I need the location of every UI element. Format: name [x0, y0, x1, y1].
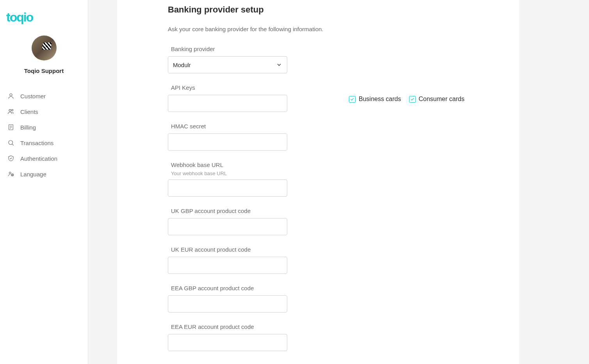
- page-description: Ask your core banking provider for the f…: [168, 26, 468, 32]
- sidebar-item-authentication[interactable]: Authentication: [0, 151, 88, 166]
- main-area: Banking provider setup Ask your core ban…: [88, 0, 589, 364]
- webhook-url-sublabel: Your webhook base URL: [168, 170, 287, 176]
- business-cards-checkbox[interactable]: Business cards: [349, 96, 401, 103]
- svg-point-7: [9, 140, 13, 145]
- business-cards-label: Business cards: [359, 96, 401, 103]
- sidebar-item-customer[interactable]: Customer: [0, 88, 88, 104]
- svg-point-9: [9, 172, 11, 174]
- field-eea-gbp-code: EEA GBP account product code: [168, 285, 287, 313]
- sidebar-item-label: Customer: [20, 93, 46, 99]
- webhook-url-input[interactable]: [168, 179, 287, 197]
- field-hmac-secret: HMAC secret: [168, 123, 287, 151]
- avatar[interactable]: [32, 36, 57, 60]
- field-uk-gbp-code: UK GBP account product code: [168, 208, 287, 235]
- banking-provider-value: Modulr: [173, 62, 191, 68]
- shield-icon: [7, 154, 15, 162]
- uk-gbp-input[interactable]: [168, 218, 287, 235]
- page-title: Banking provider setup: [168, 5, 468, 15]
- sidebar: toqio Toqio Support Customer Clients Bil…: [0, 0, 88, 364]
- webhook-url-label: Webhook base URL: [168, 162, 287, 168]
- svg-point-0: [10, 94, 12, 96]
- user-icon: [7, 92, 15, 100]
- sidebar-item-label: Transactions: [20, 140, 53, 146]
- sidebar-item-transactions[interactable]: Transactions: [0, 135, 88, 151]
- checkbox-icon: [409, 96, 416, 103]
- brand-logo: toqio: [0, 10, 88, 32]
- field-api-keys: API Keys: [168, 84, 287, 112]
- field-eea-eur-code: EEA EUR account product code: [168, 323, 287, 351]
- profile-name: Toqio Support: [24, 67, 64, 74]
- svg-point-2: [12, 109, 13, 111]
- chevron-down-icon: [276, 62, 282, 68]
- consumer-cards-checkbox[interactable]: Consumer cards: [409, 96, 464, 103]
- sidebar-item-clients[interactable]: Clients: [0, 104, 88, 119]
- sidebar-item-label: Language: [20, 171, 46, 178]
- field-uk-eur-code: UK EUR account product code: [168, 246, 287, 274]
- checkbox-icon: [349, 96, 356, 103]
- api-keys-label: API Keys: [168, 84, 287, 91]
- users-icon: [7, 108, 15, 115]
- hmac-secret-label: HMAC secret: [168, 123, 287, 130]
- svg-point-1: [9, 109, 11, 111]
- eea-eur-input[interactable]: [168, 334, 287, 351]
- sidebar-item-label: Billing: [20, 124, 36, 131]
- sidebar-item-label: Authentication: [20, 155, 57, 162]
- sidebar-item-billing[interactable]: Billing: [0, 119, 88, 135]
- form-column: Banking provider Modulr API Keys HMAC se…: [168, 46, 287, 362]
- svg-line-8: [12, 144, 13, 145]
- field-webhook-url: Webhook base URL Your webhook base URL: [168, 162, 287, 197]
- sidebar-item-language[interactable]: Language: [0, 166, 88, 182]
- api-keys-input[interactable]: [168, 95, 287, 112]
- eea-gbp-label: EEA GBP account product code: [168, 285, 287, 291]
- profile-block: Toqio Support: [0, 32, 88, 83]
- sidebar-item-label: Clients: [20, 108, 38, 115]
- uk-eur-input[interactable]: [168, 257, 287, 274]
- search-icon: [7, 139, 15, 147]
- uk-gbp-label: UK GBP account product code: [168, 208, 287, 214]
- sidebar-nav: Customer Clients Billing Transactions Au…: [0, 83, 88, 182]
- hmac-secret-input[interactable]: [168, 133, 287, 151]
- eea-eur-label: EEA EUR account product code: [168, 323, 287, 330]
- uk-eur-label: UK EUR account product code: [168, 246, 287, 253]
- brand-name: toqio: [6, 10, 33, 24]
- card-type-checkboxes: Business cards Consumer cards: [287, 46, 464, 103]
- consumer-cards-label: Consumer cards: [419, 96, 464, 103]
- banking-provider-label: Banking provider: [168, 46, 287, 52]
- banking-provider-select[interactable]: Modulr: [168, 56, 287, 73]
- receipt-icon: [7, 123, 15, 131]
- field-banking-provider: Banking provider Modulr: [168, 46, 287, 73]
- eea-gbp-input[interactable]: [168, 295, 287, 313]
- content-card: Banking provider setup Ask your core ban…: [117, 0, 519, 364]
- language-icon: [7, 170, 15, 178]
